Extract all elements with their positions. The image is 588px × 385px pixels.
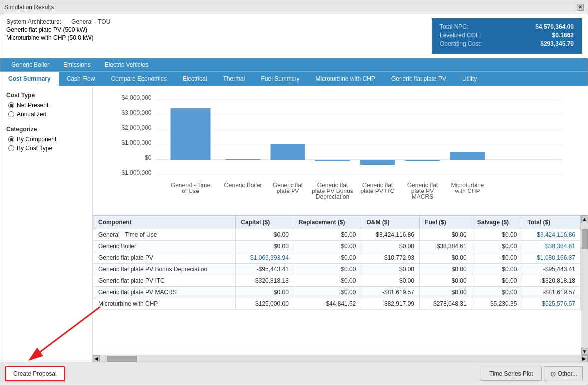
bottom-bar: Create Proposal Time Series Plot ⊙ Other…: [0, 362, 588, 385]
cell-total: -$81,619.57: [522, 287, 581, 298]
tab-generic-flat-plate-pv[interactable]: Generic flat plate PV: [383, 72, 454, 86]
cell-capital: $0.00: [236, 287, 294, 298]
categorize-radio-group: By Component By Cost Type: [8, 136, 86, 152]
scroll-down-arrow[interactable]: ▼: [581, 348, 588, 355]
cell-om: $10,772.93: [361, 252, 420, 264]
system-info: System Architecture: General - TOU Gener…: [6, 18, 110, 41]
horizontal-scrollbar[interactable]: ◀ ▶: [93, 355, 588, 362]
create-proposal-button[interactable]: Create Proposal: [5, 366, 65, 381]
time-series-plot-button[interactable]: Time Series Plot: [481, 367, 542, 381]
cell-om: $82,917.09: [361, 298, 420, 310]
svg-text:$1,000,000: $1,000,000: [121, 139, 151, 146]
svg-text:MACRS: MACRS: [412, 193, 433, 200]
main-nav: Cost Summary Cash Flow Compare Economics…: [0, 71, 588, 86]
bar-microturbine-chp: [450, 152, 485, 160]
svg-text:with CHP: with CHP: [454, 188, 480, 194]
cell-component: Generic flat plate PV ITC: [93, 275, 236, 287]
cell-component: Generic flat plate PV Bonus Depreciation: [93, 264, 236, 275]
bar-bonus-depreciation: [315, 160, 350, 161]
tab-generic-boiler[interactable]: Generic Boiler: [4, 58, 56, 71]
radio-by-component-label: By Component: [17, 136, 56, 143]
svg-text:Generic Boiler: Generic Boiler: [224, 182, 262, 189]
radio-by-component-circle: [8, 136, 14, 142]
cell-salvage: $0.00: [472, 229, 522, 241]
cost-type-section: Cost Type Net Present Annualized: [6, 92, 86, 118]
table-row: Generic Boiler $0.00 $0.00 $0.00 $38,384…: [93, 241, 581, 252]
table-row: Generic flat plate PV $1,069,393.94 $0.0…: [93, 252, 581, 264]
architecture-label: System Architecture:: [6, 18, 61, 25]
levelized-coe-value: $0.1662: [552, 32, 574, 39]
col-salvage: Salvage ($): [472, 216, 522, 229]
other-chevron-icon: ⊙: [550, 370, 556, 378]
cell-replacement: $0.00: [294, 241, 361, 252]
cell-fuel: $0.00: [420, 275, 472, 287]
cell-salvage: $0.00: [472, 275, 522, 287]
cell-total: -$95,443.41: [522, 264, 581, 275]
radio-by-cost-type[interactable]: By Cost Type: [8, 145, 86, 152]
tab-electric-vehicles[interactable]: Electric Vehicles: [98, 58, 155, 71]
main-window: Simulation Results ✕ System Architecture…: [0, 0, 588, 385]
col-component: Component: [93, 216, 236, 229]
scroll-thumb-h[interactable]: [107, 356, 137, 362]
cell-fuel: $278,048.31: [420, 298, 472, 310]
cell-fuel: $0.00: [420, 287, 472, 298]
cell-fuel: $0.00: [420, 264, 472, 275]
table-row: Generic flat plate PV ITC -$320,818.18 $…: [93, 275, 581, 287]
cell-salvage: $0.00: [472, 241, 522, 252]
svg-text:$3,000,000: $3,000,000: [121, 109, 151, 116]
total-npc-value: $4,570,364.00: [535, 23, 574, 30]
cell-total: $525,576.57: [522, 298, 581, 310]
svg-text:of Use: of Use: [182, 188, 199, 194]
cell-fuel: $38,384.61: [420, 241, 472, 252]
operating-cost-label: Operating Cost:: [440, 40, 482, 47]
other-button[interactable]: ⊙ Other...: [545, 366, 583, 381]
tab-utility[interactable]: Utility: [454, 72, 485, 86]
table-wrapper[interactable]: Component Capital ($) Replacement ($) O&…: [93, 215, 581, 355]
tab-emissions[interactable]: Emissions: [56, 58, 98, 71]
col-fuel: Fuel ($): [420, 216, 472, 229]
tab-thermal[interactable]: Thermal: [215, 72, 253, 86]
bar-generic-flat-plate-pv: [271, 144, 305, 160]
radio-by-cost-type-circle: [8, 145, 14, 151]
cost-type-label: Cost Type: [6, 92, 86, 99]
tab-cost-summary[interactable]: Cost Summary: [0, 72, 59, 86]
title-bar: Simulation Results ✕: [0, 0, 588, 14]
scroll-right-arrow[interactable]: ▶: [581, 355, 588, 362]
tab-compare-economics[interactable]: Compare Economics: [103, 72, 174, 86]
cell-total: $38,384.61: [522, 241, 581, 252]
svg-text:$4,000,000: $4,000,000: [121, 94, 151, 101]
svg-text:$0: $0: [145, 154, 152, 161]
svg-text:plate PV ITC: plate PV ITC: [360, 188, 394, 194]
radio-net-present[interactable]: Net Present: [8, 102, 86, 109]
scroll-thumb-v[interactable]: [582, 229, 588, 249]
bar-chart: $4,000,000 $3,000,000 $2,000,000 $1,000,…: [101, 90, 580, 204]
cell-component: Generic Boiler: [93, 241, 236, 252]
cell-capital: $0.00: [236, 241, 294, 252]
architecture-value: General - TOU: [71, 18, 110, 25]
table-area: Component Capital ($) Replacement ($) O&…: [93, 215, 588, 362]
cell-om: -$81,619.57: [361, 287, 420, 298]
bar-macrs: [405, 160, 440, 161]
scroll-up-arrow[interactable]: ▲: [581, 215, 588, 222]
table-row: Generic flat plate PV MACRS $0.00 $0.00 …: [93, 287, 581, 298]
tab-fuel-summary[interactable]: Fuel Summary: [253, 72, 307, 86]
left-panel: Cost Type Net Present Annualized Categor…: [0, 86, 93, 362]
cell-component: Microturbine with CHP: [93, 298, 236, 310]
bottom-bar-container: Create Proposal Time Series Plot ⊙ Other…: [0, 362, 588, 385]
vertical-scrollbar[interactable]: ▲ ▼: [581, 215, 588, 355]
cell-component: General - Time of Use: [93, 229, 236, 241]
categorize-label: Categorize: [6, 126, 86, 133]
tab-microturbine-chp[interactable]: Microturbine with CHP: [308, 72, 383, 86]
close-button[interactable]: ✕: [577, 4, 584, 11]
cell-om: $0.00: [361, 241, 420, 252]
tab-cash-flow[interactable]: Cash Flow: [59, 72, 103, 86]
operating-cost-value: $293,345.70: [540, 40, 574, 47]
radio-annualized[interactable]: Annualized: [8, 111, 86, 118]
info-bar: System Architecture: General - TOU Gener…: [0, 14, 588, 58]
cell-replacement: $0.00: [294, 275, 361, 287]
col-om: O&M ($): [361, 216, 420, 229]
tab-electrical[interactable]: Electrical: [175, 72, 215, 86]
cell-capital: $125,000.00: [236, 298, 294, 310]
radio-by-component[interactable]: By Component: [8, 136, 86, 143]
scroll-left-arrow[interactable]: ◀: [93, 355, 100, 362]
